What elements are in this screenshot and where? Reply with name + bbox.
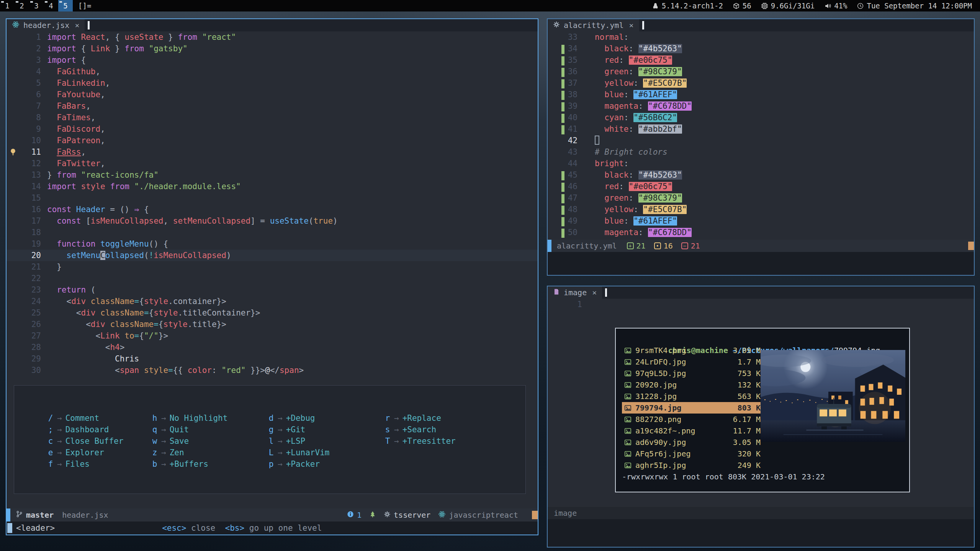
close-icon[interactable]: × [75,21,79,30]
bar-module-text: 41% [834,2,847,10]
code-line[interactable]: 45 black: "#4b5263" [548,169,974,181]
close-icon[interactable]: × [629,21,634,30]
code-line[interactable]: 34 black: "#4b5263" [548,43,974,54]
line-number: 17 [20,215,41,227]
code-line[interactable]: 5 FaLinkedin, [7,77,538,89]
workspace-tag-1[interactable]: 1 [0,0,15,11]
code-line[interactable]: 7 FaBars, [7,100,538,112]
cmdline-hint: go up one level [244,523,322,533]
code-line[interactable]: 48 yellow: "#E5C07B" [548,204,974,215]
workspace-tag-5[interactable]: 5 [58,0,73,11]
code-line[interactable]: 20 setMenuCollapsed(!isMenuCollapsed) [7,250,538,261]
code-line[interactable]: 44bright: [548,158,974,169]
diagnostics: 1 [347,510,362,520]
tab-image[interactable]: image × [548,286,602,299]
token [595,113,604,122]
sign-column [7,135,20,146]
code-line[interactable]: 28 <h4> [7,342,538,353]
file-row: 20920.jpg132 K [622,379,763,391]
code-line[interactable]: 14import style from "./header.module.les… [7,181,538,192]
git-changed-count: 16 [664,241,673,250]
code-line[interactable]: 9 FaDiscord, [7,123,538,135]
sign-column [7,284,20,296]
whichkey-label: Explorer [65,448,104,457]
filetype: javascriptreact [438,510,518,520]
code-line[interactable]: 41 white: "#abb2bf" [548,123,974,135]
tab-alacritty-yml[interactable]: alacritty.yml × [548,19,639,31]
tabline-cursor [605,288,607,297]
git-change-bar [561,229,564,238]
token: FaLinkedin [57,78,105,88]
code-line[interactable]: 17 const [isMenuCollapsed, setMenuCollap… [7,215,538,227]
workspace-tag-4[interactable]: 4 [44,0,58,11]
code-line[interactable]: 10 FaPatreon, [7,135,538,146]
code-line[interactable]: 42 [548,135,974,146]
token: ( [309,216,314,226]
code-line[interactable]: 2import { Link } from "gatsby" [7,43,538,54]
code-line[interactable]: 33normal: [548,31,974,43]
token: from [110,182,134,191]
whichkey-key: c [47,435,54,447]
code-line[interactable]: 3import { [7,54,538,66]
code-line[interactable]: 21 } [7,261,538,273]
code-line[interactable]: 47 green: "#98C379" [548,192,974,204]
code-line[interactable]: 37 yellow: "#E5C07B" [548,77,974,89]
sign-column [7,89,20,100]
code-line[interactable]: 8 FaTimes, [7,112,538,123]
code-line[interactable]: 46 red: "#e06c75" [548,181,974,192]
code-line[interactable]: 30 <span style={{ color: "red" }}>@</spa… [7,365,538,376]
layout-symbol[interactable]: []= [78,2,91,10]
code-line[interactable]: 4 FaGithub, [7,66,538,77]
code-line[interactable]: 49 blue: "#61AFEF" [548,215,974,227]
token: FaTimes [57,113,91,122]
file-row: 799794.jpg803 K [622,402,763,414]
workspace-tag-3[interactable]: 3 [29,0,44,11]
code-line[interactable]: 19 function toggleMenu() { [7,238,538,250]
sign-column [7,181,20,192]
code-line[interactable]: 15 [7,192,538,204]
code-line[interactable]: 35 red: "#e06c75" [548,54,974,66]
sign-column [548,100,564,112]
code-line[interactable]: 25 <div className={style.titleContainer}… [7,307,538,319]
token: { [159,320,164,329]
workspace-tag-2[interactable]: 2 [15,0,29,11]
code-buffer[interactable]: 33normal:34 black: "#4b5263"35 red: "#e0… [548,31,974,240]
command-line[interactable] [548,519,974,547]
color-swatch: "#E5C07B" [643,205,687,214]
code-line[interactable]: 6 FaYoutube, [7,89,538,100]
whichkey-key: L [268,447,274,458]
code-line[interactable]: 38 blue: "#61AFEF" [548,89,974,100]
code-line[interactable]: 13} from "react-icons/fa" [7,169,538,181]
line-text: black: "#4b5263" [595,43,682,54]
token: .container [168,297,216,306]
code-line[interactable]: 22 [7,273,538,284]
color-swatch: "#C678DD" [648,101,692,111]
code-line[interactable]: 16const Header = () ⇒ { [7,204,538,215]
token: ! [149,251,154,260]
code-line[interactable]: 24 <div className={style.container}> [7,296,538,307]
code-line[interactable]: 11 FaRss, [7,146,538,158]
git-change-bar [561,79,564,88]
code-line[interactable]: 36 green: "#98C379" [548,66,974,77]
line-number: 10 [20,135,41,146]
tab-header-jsx[interactable]: header.jsx × [7,19,85,31]
code-line[interactable]: 40 cyan: "#56B6C2" [548,112,974,123]
code-line[interactable]: 27 <Link to={"/"}> [7,330,538,342]
code-line[interactable]: 23 return ( [7,284,538,296]
code-line[interactable]: 29 Chris [7,353,538,365]
code-line[interactable]: 26 <div className={style.title}> [7,319,538,330]
command-line[interactable]: <leader> <esc> close <bs> go up one leve… [7,522,538,535]
token: setMenuCollapsed [173,216,250,226]
color-swatch: "#4b5263" [638,44,682,53]
code-line[interactable]: 39 magenta: "#C678DD" [548,100,974,112]
sign-column [548,158,564,169]
token: { [81,44,91,53]
line-number: 24 [20,296,41,307]
command-line[interactable] [548,252,974,275]
code-line[interactable]: 1import React, { useState } from "react" [7,31,538,43]
code-line[interactable]: 43# Bright colors [548,146,974,158]
code-line[interactable]: 18 [7,227,538,238]
close-icon[interactable]: × [592,288,597,297]
code-line[interactable]: 50 magenta: "#C678DD" [548,227,974,238]
code-line[interactable]: 12 FaTwitter, [7,158,538,169]
